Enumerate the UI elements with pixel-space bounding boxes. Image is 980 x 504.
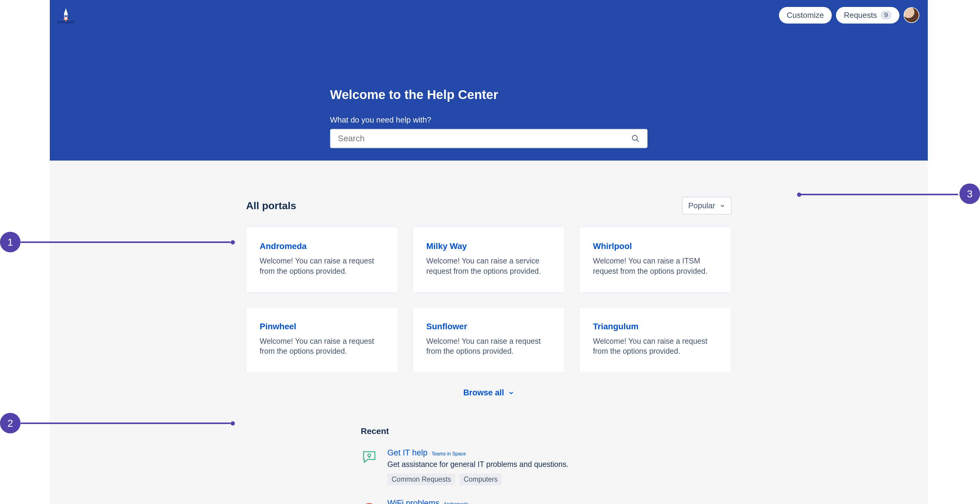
recent-title: Recent: [361, 426, 762, 436]
all-portals-title: All portals: [246, 200, 296, 211]
app-frame: Customize Requests 9 Welcome to the Help…: [50, 0, 928, 504]
browse-all-link[interactable]: Browse all: [246, 388, 732, 397]
sort-label: Popular: [688, 201, 715, 210]
recent-item[interactable]: WiFi problems · AndromedaThis will test …: [361, 499, 762, 504]
portal-card-desc: Welcome! You can raise a request from th…: [426, 336, 551, 357]
portal-card-desc: Welcome! You can raise a request from th…: [593, 336, 718, 357]
requests-label: Requests: [844, 11, 877, 20]
customize-button[interactable]: Customize: [779, 7, 832, 24]
portal-card-title: Sunflower: [426, 322, 551, 331]
hero-banner: Customize Requests 9 Welcome to the Help…: [50, 0, 928, 161]
recent-desc: Get assistance for general IT problems a…: [387, 460, 762, 469]
requests-button[interactable]: Requests 9: [836, 7, 899, 24]
recent-link[interactable]: Get IT help: [387, 448, 428, 457]
tag[interactable]: Computers: [460, 474, 502, 485]
portal-card[interactable]: WhirlpoolWelcome! You can raise a ITSM r…: [579, 227, 732, 293]
annotation-connector: [21, 423, 231, 424]
customize-label: Customize: [787, 11, 824, 20]
separator: ·: [439, 502, 444, 504]
app-logo[interactable]: [56, 6, 75, 24]
page-title: Welcome to the Help Center: [330, 87, 648, 102]
portal-card-title: Milky Way: [426, 242, 551, 251]
annotation-endpoint: [797, 192, 801, 197]
annotation-connector: [800, 194, 958, 195]
portal-card-desc: Welcome! You can raise a request from th…: [259, 256, 385, 277]
chat-question-icon: [361, 448, 378, 465]
annotation-endpoint: [231, 421, 235, 426]
recent-body: WiFi problems · AndromedaThis will test …: [387, 499, 762, 504]
annotation-endpoint: [231, 240, 235, 245]
recent-project[interactable]: Andromeda: [444, 502, 469, 504]
svg-point-5: [368, 454, 371, 456]
portal-card-title: Andromeda: [259, 242, 385, 251]
recent-section: Recent Get IT help · Teams in SpaceGet a…: [361, 426, 762, 504]
search-input[interactable]: [338, 134, 631, 143]
search-box[interactable]: [330, 129, 648, 148]
all-portals-section: All portals Popular AndromedaWelcome! Yo…: [246, 197, 732, 397]
svg-line-4: [637, 140, 639, 142]
svg-point-2: [65, 15, 67, 17]
portal-card[interactable]: TriangulumWelcome! You can raise a reque…: [579, 307, 732, 373]
portal-card-desc: Welcome! You can raise a service request…: [426, 256, 551, 277]
tag[interactable]: Common Requests: [387, 474, 455, 485]
annotation-marker: 1: [0, 232, 21, 252]
svg-point-3: [633, 135, 637, 140]
recent-link[interactable]: WiFi problems: [387, 499, 439, 504]
recent-item[interactable]: Get IT help · Teams in SpaceGet assistan…: [361, 448, 762, 485]
annotation-marker: 2: [0, 413, 21, 433]
wifi-signal-icon: [361, 499, 378, 504]
requests-count-badge: 9: [881, 11, 891, 20]
portal-card-desc: Welcome! You can raise a request from th…: [259, 336, 385, 357]
portal-card-desc: Welcome! You can raise a ITSM request fr…: [593, 256, 718, 277]
recent-body: Get IT help · Teams in SpaceGet assistan…: [387, 448, 762, 485]
sort-dropdown[interactable]: Popular: [682, 197, 732, 215]
browse-all-label: Browse all: [463, 388, 504, 397]
chevron-down-icon: [508, 390, 514, 396]
annotation-connector: [21, 242, 231, 243]
portal-card[interactable]: AndromedaWelcome! You can raise a reques…: [246, 227, 398, 293]
recent-project[interactable]: Teams in Space: [431, 451, 466, 456]
search-icon: [631, 134, 640, 143]
search-label: What do you need help with?: [330, 115, 648, 125]
portal-card-title: Pinwheel: [259, 322, 385, 331]
portal-card-title: Triangulum: [593, 322, 718, 331]
portal-card[interactable]: PinwheelWelcome! You can raise a request…: [246, 307, 398, 373]
separator: ·: [428, 451, 431, 456]
chevron-down-icon: [719, 203, 725, 209]
portal-card[interactable]: Milky WayWelcome! You can raise a servic…: [413, 227, 565, 293]
annotation-marker: 3: [959, 183, 980, 204]
avatar[interactable]: [904, 7, 919, 23]
portal-card-title: Whirlpool: [593, 242, 718, 251]
portal-card[interactable]: SunflowerWelcome! You can raise a reques…: [413, 307, 565, 373]
